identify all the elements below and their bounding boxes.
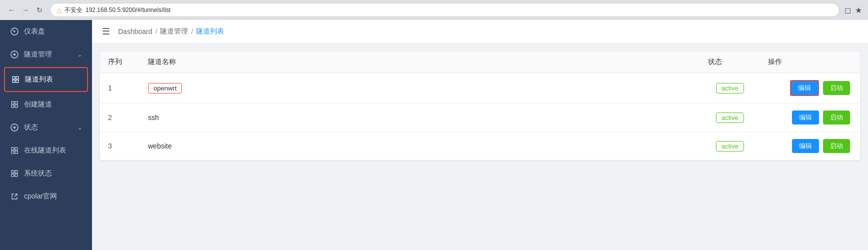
svg-rect-5 [12,76,15,79]
status-badge: active [716,112,744,123]
forward-button[interactable]: → [20,4,31,16]
svg-rect-7 [12,80,15,82]
sidebar-item-dashboard[interactable]: 仪表盘 [0,20,92,43]
tunnel-mgmt-label: 隧道管理 [24,50,52,59]
grid-icon-online [10,146,19,155]
nav-buttons: ← → ↻ [6,4,45,16]
cell-index: 2 [100,104,140,132]
sidebar-item-tunnel-mgmt[interactable]: 隧道管理 ⌄ [0,43,92,66]
external-link-icon [10,192,19,201]
tunnel-list-label: 隧道列表 [25,75,53,84]
breadcrumb-tunnel-list[interactable]: 隧道列表 [196,27,224,36]
cell-status: active [700,132,760,160]
app-container: 仪表盘 隧道管理 ⌄ 隧道列表 创建隧道 状态 ⌄ [0,20,868,250]
svg-rect-8 [16,80,18,82]
grid-icon-create [10,100,19,109]
svg-rect-17 [15,148,18,150]
cpolar-label: cpolar官网 [24,192,57,201]
table-row: 1 openwrt active 编辑 启动 [100,73,860,104]
online-tunnel-label: 在线隧道列表 [24,146,66,155]
breadcrumb-dashboard[interactable]: Dashboard [118,28,152,36]
sidebar-item-online-tunnel[interactable]: 在线隧道列表 [0,139,92,162]
cell-actions: 编辑 启动 [760,132,860,160]
edit-button[interactable]: 编辑 [790,80,819,96]
col-header-index: 序列 [100,52,140,73]
gauge-icon [10,27,19,36]
sidebar-item-create-tunnel[interactable]: 创建隧道 [0,93,92,116]
address-bar[interactable]: △ 不安全 192.168.50.5:9200/#/tunnels/list [50,3,840,17]
svg-rect-18 [12,151,14,154]
status-badge: active [716,83,744,94]
cell-name: openwrt [140,73,700,104]
svg-rect-22 [12,174,14,176]
sidebar-item-tunnel-list[interactable]: 隧道列表 [4,67,88,92]
browser-actions: ◻ ★ [844,6,862,15]
plus-circle-icon-status [10,123,19,132]
create-tunnel-label: 创建隧道 [24,100,52,109]
cell-index: 3 [100,132,140,160]
action-buttons: 编辑 启动 [768,80,850,96]
svg-rect-23 [15,174,18,176]
chevron-up-icon-status: ⌄ [78,124,82,131]
main-content: ☰ Dashboard / 隧道管理 / 隧道列表 序列 隧道名称 状态 操作 [92,20,868,250]
table-header-row: 序列 隧道名称 状态 操作 [100,52,860,73]
cell-index: 1 [100,73,140,104]
svg-rect-21 [15,170,18,173]
reload-button[interactable]: ↻ [34,4,45,16]
col-header-name: 隧道名称 [140,52,700,73]
edit-button[interactable]: 编辑 [792,139,819,153]
cell-status: active [700,73,760,104]
action-buttons: 编辑 启动 [768,139,850,153]
grid-icon-tunnel-list [11,75,20,84]
grid-icon-system [10,169,19,178]
cell-status: active [700,104,760,132]
browser-chrome: ← → ↻ △ 不安全 192.168.50.5:9200/#/tunnels/… [0,0,868,20]
name-badge: openwrt [148,83,182,94]
status-badge: active [716,141,744,152]
svg-rect-9 [12,102,14,104]
breadcrumb-sep-2: / [191,28,193,36]
status-label: 状态 [24,123,38,132]
plus-circle-icon [10,50,19,59]
svg-rect-12 [15,105,18,108]
menu-toggle-icon[interactable]: ☰ [102,26,110,37]
sidebar: 仪表盘 隧道管理 ⌄ 隧道列表 创建隧道 状态 ⌄ [0,20,92,250]
name-text: website [148,142,172,150]
warning-text: 不安全 [64,6,82,14]
svg-rect-20 [12,170,14,173]
url-text: 192.168.50.5:9200/#/tunnels/list [86,6,170,14]
col-header-status: 状态 [700,52,760,73]
start-button[interactable]: 启动 [823,81,850,95]
system-status-label: 系统状态 [24,169,52,178]
main-header: ☰ Dashboard / 隧道管理 / 隧道列表 [92,20,868,44]
svg-rect-19 [15,151,18,154]
cell-name: ssh [140,104,700,132]
dashboard-label: 仪表盘 [24,27,45,36]
svg-rect-16 [12,148,14,150]
bookmark-icon[interactable]: ★ [855,6,862,15]
svg-rect-10 [15,102,18,104]
warning-icon: △ [56,6,62,14]
svg-point-1 [14,31,16,32]
name-text: ssh [148,114,159,122]
chevron-up-icon: ⌄ [78,52,82,58]
edit-button[interactable]: 编辑 [792,110,819,124]
breadcrumb-sep-1: / [156,28,158,36]
svg-line-24 [14,194,17,196]
start-button[interactable]: 启动 [823,139,850,153]
start-button[interactable]: 启动 [823,110,850,124]
tunnel-table: 序列 隧道名称 状态 操作 1 openwrt active 编辑 启动 2 s… [100,52,860,160]
cell-actions: 编辑 启动 [760,73,860,104]
sidebar-item-system-status[interactable]: 系统状态 [0,162,92,185]
back-button[interactable]: ← [6,4,17,16]
table-row: 2 ssh active 编辑 启动 [100,104,860,132]
cell-name: website [140,132,700,160]
tunnel-table-container: 序列 隧道名称 状态 操作 1 openwrt active 编辑 启动 2 s… [100,52,860,160]
table-row: 3 website active 编辑 启动 [100,132,860,160]
col-header-ops: 操作 [760,52,860,73]
svg-rect-6 [16,76,18,79]
cast-icon[interactable]: ◻ [844,6,851,15]
sidebar-item-cpolar[interactable]: cpolar官网 [0,185,92,208]
breadcrumb-tunnel-mgmt[interactable]: 隧道管理 [160,27,188,36]
sidebar-item-status[interactable]: 状态 ⌄ [0,116,92,139]
